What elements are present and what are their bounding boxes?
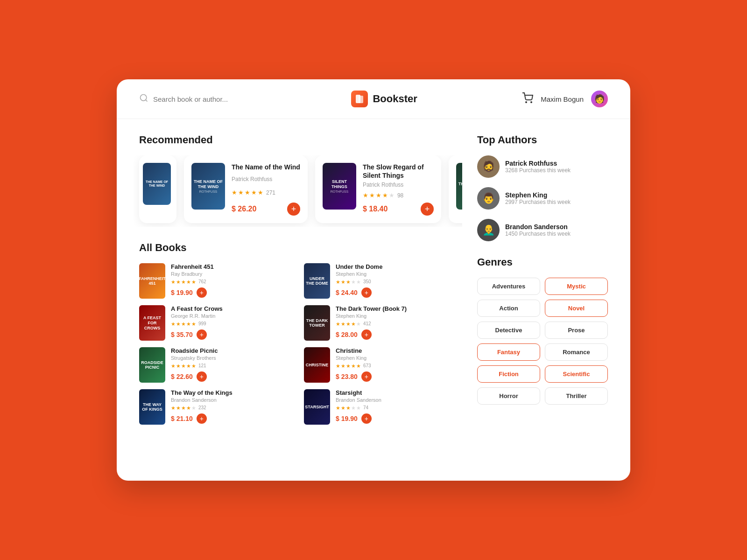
- book-price-silent-things: $ 18.40: [363, 205, 388, 213]
- list-item-christine: CHRISTINE Christine Stephen King ★★★★★67…: [304, 347, 462, 383]
- book-list-price-under-dome: $ 24.40: [336, 289, 358, 296]
- genre-mystic[interactable]: Mystic: [545, 278, 608, 295]
- recommended-scroll: THE NAME OF THE WIND THE NAME OF THE WIN…: [134, 155, 462, 227]
- list-item-way-kings: THE WAY OF KINGS The Way of the Kings Br…: [139, 389, 297, 425]
- book-list-author-starsight: Brandon Sanderson: [336, 397, 462, 403]
- add-btn-feast-crows[interactable]: +: [197, 329, 207, 340]
- list-item-dark-tower: THE DARK TOWER The Dark Tower (Book 7) S…: [304, 305, 462, 341]
- genre-horror[interactable]: Horror: [477, 387, 540, 405]
- svg-point-0: [141, 95, 147, 101]
- book-list-price-feast-crows: $ 35.70: [171, 331, 193, 338]
- book-title-name-of-wind: The Name of the Wind: [232, 163, 300, 171]
- top-authors-section: Top Authors 🧔 Patrick Rothfuss 3268 Purc…: [477, 134, 608, 241]
- genre-fiction[interactable]: Fiction: [477, 365, 540, 383]
- add-btn-starsight[interactable]: +: [361, 413, 372, 424]
- author-purchases-king: 2997 Purchases this week: [505, 199, 571, 205]
- book-list-title-under-dome: Under the Dome: [336, 263, 462, 270]
- book-cover-dark-tower: THE DARK TOWER: [304, 305, 330, 341]
- recommended-section: Recommended THE NAME OF THE WIND: [139, 134, 462, 227]
- book-cover-christine: CHRISTINE: [304, 347, 330, 383]
- add-btn-silent-things[interactable]: +: [421, 203, 434, 216]
- user-name: Maxim Bogun: [541, 95, 584, 103]
- author-avatar-rothfuss: 🧔: [477, 155, 500, 178]
- book-list-author-roadside: Strugatsky Brothers: [171, 355, 297, 361]
- book-cover-fahrenheit: FAHRENHEIT 451: [139, 263, 165, 299]
- book-list-author-under-dome: Stephen King: [336, 271, 462, 277]
- main-content: Recommended THE NAME OF THE WIND: [117, 119, 630, 425]
- genre-prose[interactable]: Prose: [545, 322, 608, 339]
- book-list-author-dark-tower: Stephen King: [336, 313, 462, 319]
- list-item-roadside: ROADSIDE PICNIC Roadside Picnic Strugats…: [139, 347, 297, 383]
- add-btn-roadside[interactable]: +: [197, 371, 207, 382]
- book-cover-way-kings: THE WAY OF KINGS: [139, 389, 165, 425]
- header: Bookster Maxim Bogun 🧑: [117, 79, 630, 119]
- book-list-price-roadside: $ 22.60: [171, 373, 193, 380]
- cart-icon[interactable]: [522, 92, 533, 105]
- genres-section: Genres Adventures Mystic Action Novel De…: [477, 256, 608, 405]
- genre-thriller[interactable]: Thriller: [545, 387, 608, 405]
- book-author-name-of-wind: Patrick Rothfuss: [232, 176, 300, 182]
- book-price-name-of-wind: $ 26.20: [232, 205, 256, 213]
- author-purchases-sanderson: 1450 Purchases this week: [505, 231, 571, 237]
- book-cover-feast-crows: A FEAST FOR CROWS: [139, 305, 165, 341]
- list-item-under-dome: UNDER THE DOME Under the Dome Stephen Ki…: [304, 263, 462, 299]
- avatar: 🧑: [591, 91, 608, 107]
- svg-rect-3: [359, 96, 363, 103]
- book-list-price-christine: $ 23.80: [336, 373, 358, 380]
- author-name-rothfuss: Patrick Rothfuss: [505, 160, 571, 167]
- book-list-price-starsight: $ 19.90: [336, 415, 358, 422]
- right-section: Top Authors 🧔 Patrick Rothfuss 3268 Purc…: [477, 134, 608, 425]
- search-area: [139, 93, 247, 105]
- top-authors-title: Top Authors: [477, 134, 608, 146]
- add-btn-fahrenheit[interactable]: +: [197, 287, 207, 298]
- logo-icon: [351, 91, 368, 107]
- recommended-title: Recommended: [139, 134, 462, 146]
- list-item-feast-crows: A FEAST FOR CROWS A Feast for Crows Geor…: [139, 305, 297, 341]
- user-area: Maxim Bogun 🧑: [522, 91, 608, 107]
- list-item-fahrenheit: FAHRENHEIT 451 Fahrenheit 451 Ray Bradbu…: [139, 263, 297, 299]
- author-item-rothfuss: 🧔 Patrick Rothfuss 3268 Purchases this w…: [477, 155, 608, 178]
- genre-detective[interactable]: Detective: [477, 322, 540, 339]
- genres-title: Genres: [477, 256, 608, 268]
- genre-fantasy[interactable]: Fantasy: [477, 343, 540, 361]
- book-cover-roadside: ROADSIDE PICNIC: [139, 347, 165, 383]
- genres-grid: Adventures Mystic Action Novel Detective…: [477, 278, 608, 405]
- author-avatar-sanderson: 👨‍🦲: [477, 219, 500, 241]
- all-books-section: All Books FAHRENHEIT 451 Fahrenheit 451 …: [139, 242, 462, 425]
- book-card-partial: THE NAME OF THE WIND: [139, 155, 176, 223]
- book-stars-name-of-wind: ★ ★ ★ ★ ★ 271: [232, 189, 300, 196]
- book-list-price-fahrenheit: $ 19.90: [171, 289, 193, 296]
- author-item-sanderson: 👨‍🦲 Brandon Sanderson 1450 Purchases thi…: [477, 219, 608, 241]
- logo-area: Bookster: [351, 91, 417, 107]
- svg-point-4: [526, 102, 527, 103]
- author-item-king: 👨 Stephen King 2997 Purchases this week: [477, 187, 608, 210]
- add-btn-christine[interactable]: +: [361, 371, 372, 382]
- search-icon: [139, 93, 148, 105]
- book-card-witcher: THE WITCHER SAPKOWSKI The Tower of the S…: [449, 155, 462, 223]
- book-card-silent-things: SILENT THINGS ROTHFUSS The Slow Regard o…: [315, 155, 441, 223]
- logo-text: Bookster: [373, 93, 417, 105]
- book-list-title-dark-tower: The Dark Tower (Book 7): [336, 305, 462, 312]
- book-list-author-christine: Stephen King: [336, 355, 462, 361]
- book-list-price-dark-tower: $ 28.00: [336, 331, 358, 338]
- genre-adventures[interactable]: Adventures: [477, 278, 540, 295]
- add-btn-name-of-wind[interactable]: +: [287, 203, 300, 216]
- book-list-title-feast-crows: A Feast for Crows: [171, 305, 297, 312]
- genre-novel[interactable]: Novel: [545, 300, 608, 317]
- book-list-title-starsight: Starsight: [336, 389, 462, 396]
- book-list-title-roadside: Roadside Picnic: [171, 347, 297, 354]
- add-btn-dark-tower[interactable]: +: [361, 329, 372, 340]
- add-btn-way-kings[interactable]: +: [197, 413, 207, 424]
- genre-romance[interactable]: Romance: [545, 343, 608, 361]
- search-input[interactable]: [153, 95, 247, 103]
- book-cover-under-dome: UNDER THE DOME: [304, 263, 330, 299]
- book-list-title-christine: Christine: [336, 347, 462, 354]
- book-list-title-way-kings: The Way of the Kings: [171, 389, 297, 396]
- genre-action[interactable]: Action: [477, 300, 540, 317]
- genre-scientific[interactable]: Scientific: [545, 365, 608, 383]
- book-list-price-way-kings: $ 21.10: [171, 415, 193, 422]
- book-list-title-fahrenheit: Fahrenheit 451: [171, 263, 297, 270]
- add-btn-under-dome[interactable]: +: [361, 287, 372, 298]
- book-cover-starsight: STARSIGHT: [304, 389, 330, 425]
- book-title-silent-things: The Slow Regard of Silent Things: [363, 163, 434, 180]
